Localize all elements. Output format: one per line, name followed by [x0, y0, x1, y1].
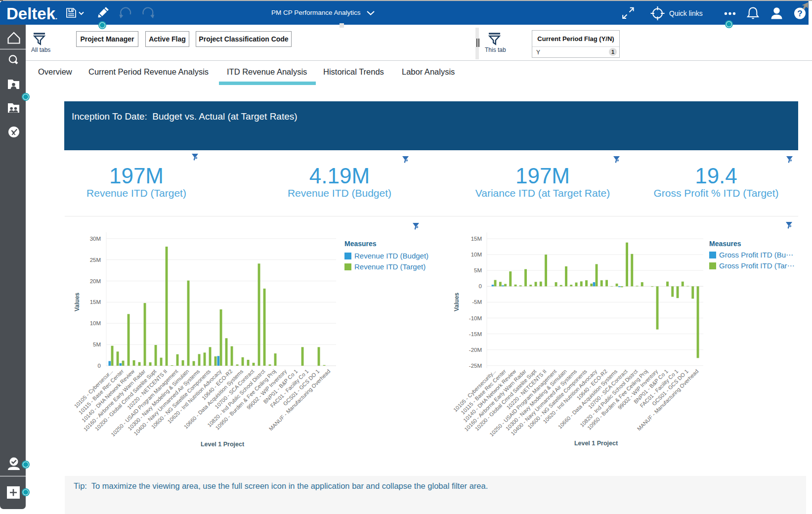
- svg-text:?: ?: [797, 9, 802, 18]
